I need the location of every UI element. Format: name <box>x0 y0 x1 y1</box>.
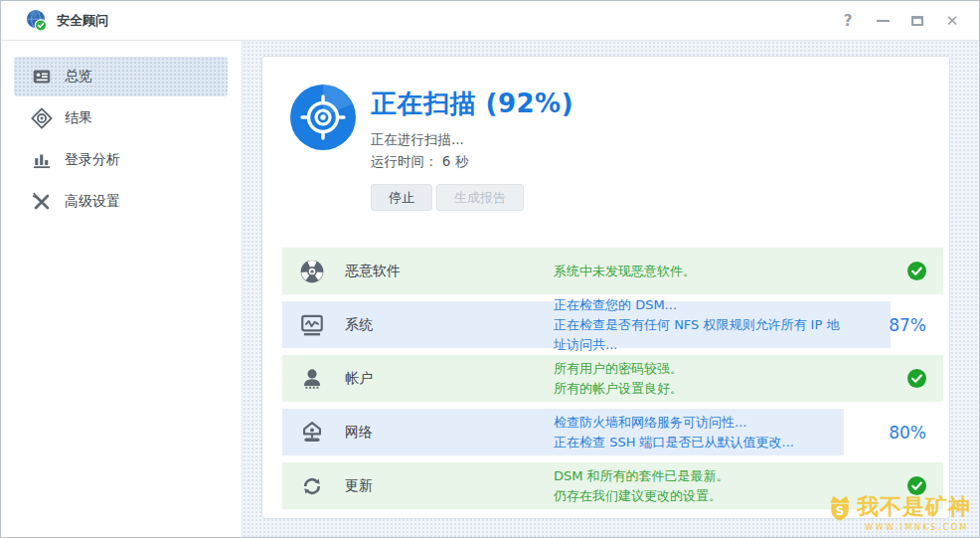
row-result: 80% <box>844 423 943 443</box>
check-icon <box>907 476 926 495</box>
sidebar-item-overview[interactable]: 总览 <box>14 57 228 96</box>
row-label: 更新 <box>345 477 534 495</box>
maximize-icon[interactable] <box>906 10 928 32</box>
network-icon <box>299 420 325 446</box>
scan-target-icon <box>290 85 356 150</box>
progress-percent: 80% <box>889 423 926 443</box>
stop-button[interactable]: 停止 <box>371 184 432 211</box>
tools-icon <box>31 191 53 213</box>
overview-card: 正在扫描 (92%) 正在进行扫描... 运行时间： 6 秒 停止 生成报告 <box>261 56 950 519</box>
app-title: 安全顾问 <box>57 12 108 30</box>
row-result: 87% <box>844 315 943 335</box>
progress-percent: 87% <box>889 315 926 335</box>
results-target-icon <box>31 107 53 129</box>
scan-row-account: 帐户 所有用户的密码较强。 所有的帐户设置良好。 <box>282 355 943 402</box>
check-icon <box>907 262 926 280</box>
scan-header: 正在扫描 (92%) 正在进行扫描... 运行时间： 6 秒 停止 生成报告 <box>262 57 949 211</box>
minimize-icon[interactable] <box>872 10 894 32</box>
scan-row-network: 网络 检查防火墙和网络服务可访问性... 正在检查 SSH 端口是否已从默认值更… <box>282 409 943 455</box>
row-result <box>844 369 943 388</box>
check-icon <box>907 369 926 388</box>
account-icon <box>299 366 325 392</box>
titlebar: 安全顾问 ? ✕ <box>1 1 979 41</box>
scan-buttons: 停止 生成报告 <box>371 184 573 211</box>
row-label: 恶意软件 <box>345 263 534 280</box>
scan-category-list: 恶意软件 系统中未发现恶意软件。 <box>282 248 943 509</box>
scan-row-system: 系统 正在检查您的 DSM... 正在检查是否有任何 NFS 权限规则允许所有 … <box>282 301 943 348</box>
main-panel: 正在扫描 (92%) 正在进行扫描... 运行时间： 6 秒 停止 生成报告 <box>243 41 979 537</box>
security-advisor-window: 安全顾问 ? ✕ 总览 <box>0 0 980 538</box>
row-label: 帐户 <box>345 370 534 388</box>
row-status: DSM 和所有的套件已是最新。 仍存在我们建议更改的设置。 <box>534 466 844 506</box>
sidebar: 总览 结果 <box>1 41 243 537</box>
row-status: 检查防火墙和网络服务可访问性... 正在检查 SSH 端口是否已从默认值更改..… <box>534 413 844 452</box>
sidebar-item-results[interactable]: 结果 <box>14 98 228 138</box>
row-status: 正在检查您的 DSM... 正在检查是否有任何 NFS 权限规则允许所有 IP … <box>534 295 844 355</box>
row-result <box>844 476 943 495</box>
close-icon[interactable]: ✕ <box>941 10 963 32</box>
bar-chart-icon <box>31 149 53 171</box>
overview-icon <box>31 66 53 88</box>
generate-report-button[interactable]: 生成报告 <box>436 184 524 211</box>
sidebar-item-label: 总览 <box>65 68 92 86</box>
titlebar-left: 安全顾问 <box>25 9 108 32</box>
scan-runtime-line: 运行时间： 6 秒 <box>371 150 573 172</box>
watermark-url: WWW.IMNKS.COM <box>828 523 971 532</box>
sidebar-item-label: 登录分析 <box>65 151 120 169</box>
scan-info: 正在扫描 (92%) 正在进行扫描... 运行时间： 6 秒 停止 生成报告 <box>371 85 573 211</box>
sidebar-item-label: 结果 <box>65 109 92 127</box>
window-controls: ? ✕ <box>837 10 963 32</box>
sidebar-item-label: 高级设置 <box>65 193 120 211</box>
sidebar-item-login-analysis[interactable]: 登录分析 <box>14 140 228 180</box>
help-icon[interactable]: ? <box>837 10 859 32</box>
update-refresh-icon <box>299 473 325 499</box>
system-icon <box>299 312 325 338</box>
row-status: 所有用户的密码较强。 所有的帐户设置良好。 <box>534 359 844 399</box>
scan-row-update: 更新 DSM 和所有的套件已是最新。 仍存在我们建议更改的设置。 <box>282 462 943 509</box>
row-label: 系统 <box>345 316 534 334</box>
row-status: 系统中未发现恶意软件。 <box>534 262 844 281</box>
sidebar-item-advanced-settings[interactable]: 高级设置 <box>14 182 228 222</box>
row-label: 网络 <box>345 424 534 442</box>
scan-title: 正在扫描 (92%) <box>371 87 573 121</box>
row-result <box>844 262 943 280</box>
scan-status-line: 正在进行扫描... <box>371 128 573 150</box>
malware-icon <box>299 259 325 284</box>
app-logo-icon <box>25 9 48 32</box>
scan-row-malware: 恶意软件 系统中未发现恶意软件。 <box>282 248 943 294</box>
